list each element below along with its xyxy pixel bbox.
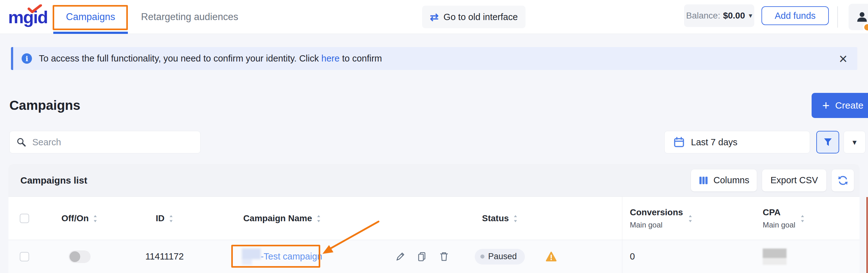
tab-retargeting-audiences[interactable]: Retargeting audiences — [141, 0, 238, 34]
toggle-knob — [69, 251, 80, 262]
table-row: 11411172 -Test campaign — [8, 240, 860, 273]
person-icon — [856, 11, 868, 23]
export-csv-button[interactable]: Export CSV — [762, 169, 826, 191]
balance-dropdown[interactable]: Balance: $0.00 ▾ — [684, 4, 754, 27]
search-box — [9, 131, 200, 154]
refresh-icon — [837, 175, 848, 186]
delete-button[interactable] — [439, 251, 450, 262]
avatar-status-badge — [863, 23, 868, 32]
banner-here-link[interactable]: here — [321, 53, 340, 64]
header-campaign-name: Campaign Name — [243, 213, 312, 223]
header-cpa-sub: Main goal — [763, 221, 795, 229]
logo-check-icon — [28, 4, 42, 13]
status-dot-icon — [480, 254, 485, 258]
status-label: Paused — [488, 252, 517, 262]
conversions-value: 0 — [630, 251, 635, 262]
sort-id[interactable]: ▲▼ — [169, 214, 173, 223]
campaigns-list-card: Campaigns list Columns Export CSV — [8, 164, 860, 273]
sort-off-on[interactable]: ▲▼ — [93, 214, 97, 223]
campaign-id: 11411172 — [146, 251, 184, 262]
go-to-old-interface-button[interactable]: ⇄ Go to old interface — [422, 6, 526, 28]
tab-campaigns[interactable]: Campaigns — [53, 0, 128, 34]
columns-icon — [699, 175, 709, 186]
sort-campaign-name[interactable]: ▲▼ — [316, 214, 321, 223]
add-funds-button[interactable]: Add funds — [762, 6, 829, 25]
create-campaign-button[interactable]: + Create — [812, 93, 868, 118]
header-off-on: Off/On — [61, 213, 89, 223]
info-icon: i — [22, 53, 32, 64]
table-header-row: Off/On ▲▼ ID ▲▼ Campaign Name ▲▼ Status … — [8, 197, 860, 240]
add-funds-label: Add funds — [775, 11, 816, 21]
funnel-icon — [823, 137, 833, 147]
sort-status[interactable]: ▲▼ — [513, 214, 518, 223]
create-label: Create — [835, 100, 863, 111]
header-status: Status — [482, 213, 509, 223]
header-conversions-sub: Main goal — [630, 221, 683, 229]
swap-arrows-icon: ⇄ — [430, 11, 439, 23]
mgid-logo[interactable]: mgid — [8, 0, 48, 34]
page-header: Campaigns + Create — [0, 93, 868, 118]
banner-text-after: to confirm — [340, 53, 382, 64]
close-icon[interactable]: × — [839, 52, 847, 66]
search-input[interactable] — [9, 131, 200, 154]
redacted-name-prefix — [242, 248, 261, 265]
pencil-icon — [395, 251, 405, 262]
top-navbar: mgid Campaigns Retargeting audiences ⇄ G… — [0, 0, 868, 34]
table-controls: Last 7 days ▾ — [0, 131, 868, 154]
warning-icon[interactable] — [545, 251, 557, 262]
row-checkbox[interactable] — [20, 252, 29, 262]
header-id: ID — [156, 213, 164, 223]
columns-label: Columns — [714, 175, 749, 186]
header-cpa: CPA — [763, 208, 795, 217]
date-range-picker[interactable]: Last 7 days — [664, 131, 810, 154]
duplicate-button[interactable] — [417, 251, 427, 262]
refresh-button[interactable] — [832, 169, 854, 191]
tab-campaigns-label: Campaigns — [66, 11, 115, 23]
page-title: Campaigns — [9, 98, 80, 113]
banner-text: To access the full functionality, you ne… — [39, 53, 321, 64]
trash-icon — [439, 251, 450, 262]
campaign-name-link[interactable]: -Test campaign — [261, 251, 322, 262]
plus-icon: + — [822, 99, 830, 112]
sort-cpa[interactable]: ▲▼ — [800, 214, 805, 223]
chevron-down-icon: ▾ — [749, 11, 752, 20]
balance-value: $0.00 — [723, 11, 745, 21]
campaign-toggle-off[interactable] — [69, 250, 91, 263]
balance-label: Balance: — [686, 11, 720, 21]
list-title: Campaigns list — [20, 175, 87, 186]
nav-divider — [837, 6, 838, 28]
filter-button[interactable] — [816, 131, 839, 154]
redacted-cpa-value — [763, 248, 786, 265]
identity-confirmation-banner: i To access the full functionality, you … — [11, 47, 857, 70]
chevron-down-icon: ▾ — [852, 137, 857, 147]
export-csv-label: Export CSV — [771, 175, 818, 186]
columns-button[interactable]: Columns — [691, 169, 757, 191]
edit-button[interactable] — [395, 251, 405, 262]
list-toolbar: Campaigns list Columns Export CSV — [8, 164, 860, 197]
date-range-label: Last 7 days — [691, 137, 737, 147]
sort-conversions[interactable]: ▲▼ — [688, 214, 692, 223]
calendar-icon — [673, 136, 685, 148]
tab-retargeting-label: Retargeting audiences — [141, 11, 238, 23]
filter-dropdown-button[interactable]: ▾ — [843, 131, 866, 154]
right-edge-marker — [866, 197, 868, 273]
select-all-checkbox[interactable] — [20, 214, 29, 223]
header-conversions: Conversions — [630, 208, 683, 217]
copy-icon — [417, 251, 427, 262]
old-interface-label: Go to old interface — [443, 12, 518, 22]
search-icon — [16, 137, 26, 147]
status-badge: Paused — [475, 249, 525, 265]
